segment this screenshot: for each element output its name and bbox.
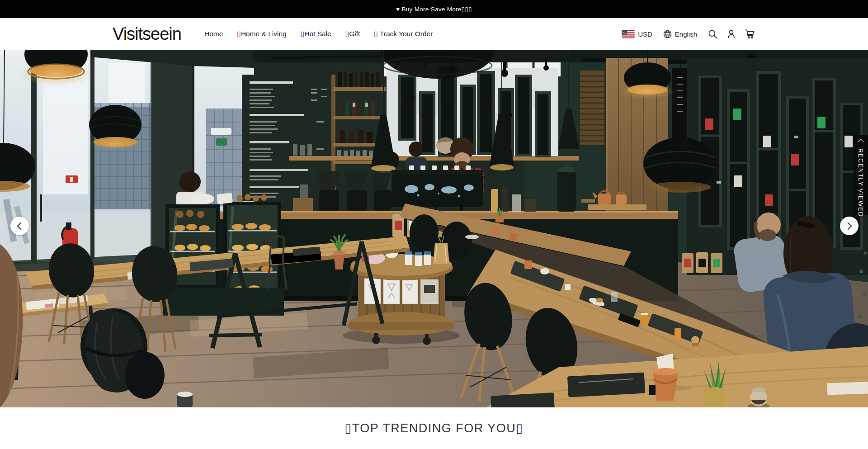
account-icon — [726, 29, 736, 39]
globe-icon — [663, 30, 672, 38]
nav-item-home[interactable]: Home — [204, 30, 223, 38]
us-flag-icon — [622, 30, 635, 38]
chevron-left-icon — [17, 222, 25, 230]
site-logo[interactable]: Visitseein — [113, 24, 181, 44]
language-label: English — [675, 30, 697, 38]
hero-carousel: RECENTLY VIEWED — [0, 50, 868, 407]
nav-item-gift[interactable]: ▯Gift — [345, 30, 360, 38]
announcement-bar: ♥ Buy More Save More▯▯▯ — [0, 0, 868, 18]
hero-image — [0, 50, 868, 407]
nav-item-track-order[interactable]: ▯ Track Your Order — [374, 30, 433, 38]
site-header: Visitseein Home ▯Home & Living ▯Hot Sale… — [0, 18, 868, 50]
recently-viewed-tab[interactable]: RECENTLY VIEWED — [854, 135, 868, 215]
announcement-text: ♥ Buy More Save More▯▯▯ — [396, 5, 472, 13]
chevron-up-icon — [858, 139, 864, 145]
recently-viewed-label: RECENTLY VIEWED — [858, 148, 864, 217]
search-icon — [708, 29, 718, 39]
search-button[interactable] — [708, 29, 718, 39]
account-button[interactable] — [726, 29, 736, 39]
nav-item-hot-sale[interactable]: ▯Hot Sale — [301, 30, 331, 38]
currency-selector[interactable]: USD — [622, 30, 652, 38]
chevron-right-icon — [844, 222, 852, 230]
cart-icon — [745, 29, 755, 39]
carousel-prev-button[interactable] — [10, 217, 29, 235]
nav-item-home-living[interactable]: ▯Home & Living — [237, 30, 286, 38]
trending-section: ▯TOP TRENDING FOR YOU▯ — [0, 407, 868, 449]
language-selector[interactable]: English — [663, 30, 697, 38]
header-controls: USD English — [622, 18, 755, 50]
cart-button[interactable] — [745, 29, 755, 39]
main-nav: Home ▯Home & Living ▯Hot Sale ▯Gift ▯ Tr… — [204, 18, 433, 50]
carousel-next-button[interactable] — [840, 217, 859, 235]
currency-code: USD — [638, 30, 652, 38]
trending-heading: ▯TOP TRENDING FOR YOU▯ — [344, 421, 523, 435]
